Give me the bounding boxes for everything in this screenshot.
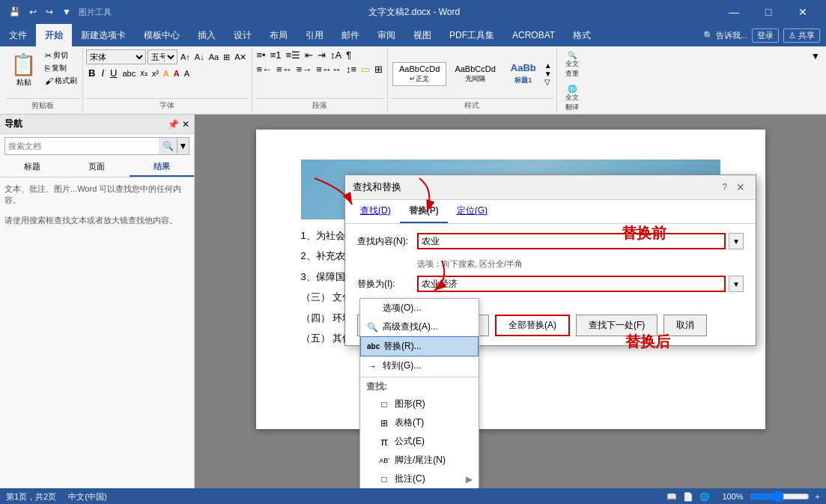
underline-btn[interactable]: U [108,67,119,79]
aa-btn[interactable]: Aa [207,52,220,61]
bullet-list-btn[interactable]: ≡• [255,49,267,61]
read-mode-btn[interactable]: 📖 [666,492,677,502]
maximize-btn[interactable]: □ [751,0,786,24]
font-size-select[interactable]: 五号 [148,49,177,64]
web-layout-btn[interactable]: 🌐 [699,492,710,502]
styles-scroll-down[interactable]: ▼ [544,70,552,78]
find-input[interactable] [417,233,726,249]
search-dropdown-btn[interactable]: ▼ [177,138,189,154]
dialog-tab-replace[interactable]: 替换(P) [400,200,448,223]
nav-pin-btn[interactable]: 📌 [168,119,179,130]
replace-edit-btn[interactable]: 🌐 全文翻译 [560,83,584,114]
dialog-tab-goto[interactable]: 定位(G) [448,200,496,223]
qat-dropdown[interactable]: ▼ [59,5,74,19]
tab-file[interactable]: 文件 [0,24,36,46]
tab-mail[interactable]: 邮件 [332,24,368,46]
nav-close-btn[interactable]: ✕ [182,119,189,130]
tab-pdf[interactable]: PDF工具集 [440,24,503,46]
text-effect-btn[interactable]: A [183,69,191,78]
tab-view[interactable]: 视图 [404,24,440,46]
border-btn[interactable]: ⊞ [373,64,384,75]
search-input[interactable] [5,140,159,152]
paste-button[interactable]: 📋 粘贴 [6,49,41,91]
save-qat-btn[interactable]: 💾 [6,5,23,19]
align-left-btn[interactable]: ≡← [255,64,274,75]
shading-btn[interactable]: ▭ [359,64,371,75]
show-marks-btn[interactable]: ¶ [344,49,353,61]
undo-qat-btn[interactable]: ↩ [26,5,40,19]
bold-btn[interactable]: B [86,67,97,79]
subscript-btn[interactable]: x₂ [139,68,149,78]
align-center-btn[interactable]: ≡↔ [275,64,294,75]
tab-design[interactable]: 设计 [225,24,261,46]
tab-acrobat[interactable]: ACROBAT [503,24,564,46]
ribbon-expand-btn[interactable]: ▼ [811,51,820,61]
dialog-tab-find[interactable]: 查找(D) [351,200,400,223]
format-painter-button[interactable]: 🖌格式刷 [43,75,79,87]
search-btn[interactable]: 🔍 [159,138,177,154]
copy-button[interactable]: ⎘复制 [43,62,79,74]
justify-btn[interactable]: ≡↔↔ [315,64,343,75]
tab-review[interactable]: 审阅 [368,24,404,46]
minimize-btn[interactable]: — [717,0,751,24]
ctx-replace[interactable]: abc 替换(R)... [360,336,479,356]
styles-scroll-up[interactable]: ▲ [544,61,552,70]
tab-insert[interactable]: 插入 [189,24,225,46]
ctx-find-comments[interactable]: □ 批注(C) ▶ [360,470,479,488]
line-spacing-btn[interactable]: ↕≡ [344,64,358,75]
nav-tab-heading[interactable]: 标题 [0,158,64,177]
tab-format[interactable]: 格式 [564,24,600,46]
find-btn[interactable]: 🔍 全文查重 [560,49,584,80]
ctx-options[interactable]: 选项(O)... [360,299,479,318]
replace-all-btn[interactable]: 全部替换(A) [495,315,570,336]
ctx-find-shapes[interactable]: □ 图形(R) [360,395,479,413]
font-grow-btn[interactable]: A↑ [179,52,192,61]
font-color-btn[interactable]: A [172,69,181,78]
sort-btn[interactable]: ↕A [329,49,343,61]
ctx-advanced-find[interactable]: 🔍 高级查找(A)... [360,318,479,336]
numbered-list-btn[interactable]: ≡1 [269,49,283,61]
ctx-find-tables[interactable]: ⊞ 表格(T) [360,413,479,432]
ctx-find-formulas[interactable]: π 公式(E) [360,432,479,451]
share-btn[interactable]: ♙ 共享 [783,28,820,43]
dialog-close-btn[interactable]: ✕ [733,180,748,195]
clear-format-btn[interactable]: A✕ [233,52,248,62]
indent-decrease-btn[interactable]: ⇤ [303,49,315,61]
outline-list-btn[interactable]: ≡☰ [284,49,302,61]
style-normal-btn[interactable]: AaBbCcDd↵正文 [392,62,446,86]
align-right-btn[interactable]: ≡→ [295,64,314,75]
font-color-ext-btn[interactable]: ⊞ [222,52,231,62]
replace-dropdown-btn[interactable]: ▼ [729,276,744,292]
cancel-btn[interactable]: 取消 [663,315,707,336]
tab-layout[interactable]: 布局 [261,24,297,46]
replace-input[interactable] [417,276,726,292]
close-btn[interactable]: ✕ [786,0,820,24]
cut-button[interactable]: ✂剪切 [43,49,79,61]
style-heading1-btn[interactable]: AaBb标题1 [504,60,543,88]
nav-tab-page[interactable]: 页面 [64,158,129,177]
ctx-goto[interactable]: → 转到(G)... [360,356,479,375]
redo-qat-btn[interactable]: ↪ [43,5,56,19]
text-highlight-btn[interactable]: A [162,69,171,78]
tell-me-btn[interactable]: 🔍 告诉我... [703,30,747,41]
superscript-btn[interactable]: x² [151,69,160,78]
print-layout-btn[interactable]: 📄 [683,492,693,502]
style-no-space-btn[interactable]: AaBbCcDd无间隔 [448,62,502,86]
ctx-find-footnotes[interactable]: AB' 脚注/尾注(N) [360,451,479,470]
strikethrough-btn[interactable]: abc [121,69,137,78]
font-name-select[interactable]: 宋体 [86,49,146,64]
indent-increase-btn[interactable]: ⇥ [316,49,327,61]
dialog-help-btn[interactable]: ? [722,182,727,192]
styles-expand[interactable]: ▽ [544,78,552,86]
zoom-slider[interactable] [750,491,810,503]
nav-tab-results[interactable]: 结果 [130,158,194,177]
tab-new[interactable]: 新建选项卡 [72,24,135,46]
font-shrink-btn[interactable]: A↓ [193,52,206,61]
login-btn[interactable]: 登录 [752,28,779,43]
tab-home[interactable]: 开始 [36,24,72,46]
zoom-in-btn[interactable]: + [816,492,820,501]
tab-reference[interactable]: 引用 [297,24,332,46]
find-dropdown-btn[interactable]: ▼ [729,233,744,249]
italic-btn[interactable]: I [99,67,106,79]
tab-template[interactable]: 模板中心 [135,24,189,46]
